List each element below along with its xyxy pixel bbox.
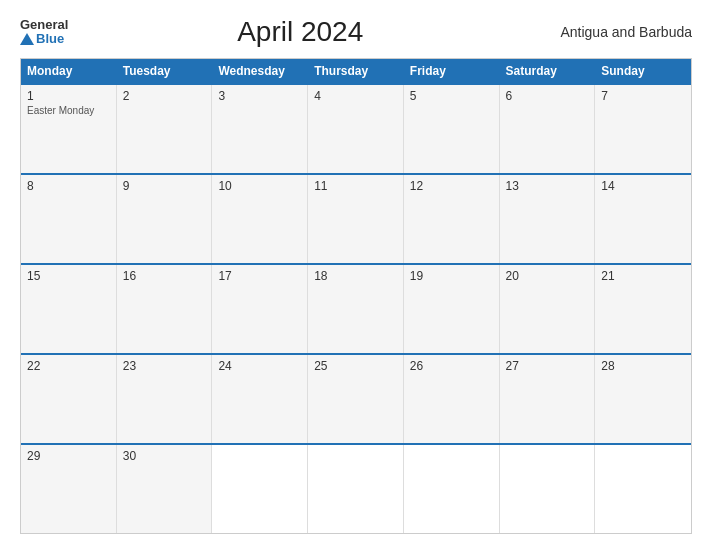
day-cell: 28: [595, 355, 691, 443]
day-number: 21: [601, 269, 685, 283]
day-cell: 19: [404, 265, 500, 353]
day-cell: 22: [21, 355, 117, 443]
logo-general-text: General: [20, 18, 68, 32]
logo-blue-text: Blue: [20, 32, 68, 46]
day-headers-row: MondayTuesdayWednesdayThursdayFridaySatu…: [21, 59, 691, 83]
day-number: 26: [410, 359, 493, 373]
day-cell: 2: [117, 85, 213, 173]
day-number: 7: [601, 89, 685, 103]
day-number: 13: [506, 179, 589, 193]
day-number: 12: [410, 179, 493, 193]
day-number: 11: [314, 179, 397, 193]
weeks-container: 1Easter Monday23456789101112131415161718…: [21, 83, 691, 533]
day-cell: 18: [308, 265, 404, 353]
day-header-thursday: Thursday: [308, 59, 404, 83]
day-header-sunday: Sunday: [595, 59, 691, 83]
day-cell: 1Easter Monday: [21, 85, 117, 173]
day-number: 28: [601, 359, 685, 373]
day-header-monday: Monday: [21, 59, 117, 83]
day-number: 24: [218, 359, 301, 373]
day-number: 2: [123, 89, 206, 103]
week-row-1: 1Easter Monday234567: [21, 83, 691, 173]
day-cell: 25: [308, 355, 404, 443]
day-number: 17: [218, 269, 301, 283]
day-cell: 29: [21, 445, 117, 533]
calendar-grid: MondayTuesdayWednesdayThursdayFridaySatu…: [20, 58, 692, 534]
day-cell: [212, 445, 308, 533]
country-label: Antigua and Barbuda: [532, 24, 692, 40]
day-cell: 15: [21, 265, 117, 353]
day-cell: 8: [21, 175, 117, 263]
day-number: 16: [123, 269, 206, 283]
day-cell: 9: [117, 175, 213, 263]
day-number: 19: [410, 269, 493, 283]
day-cell: 4: [308, 85, 404, 173]
day-cell: 23: [117, 355, 213, 443]
day-number: 25: [314, 359, 397, 373]
day-cell: 3: [212, 85, 308, 173]
day-number: 23: [123, 359, 206, 373]
day-number: 10: [218, 179, 301, 193]
day-cell: 20: [500, 265, 596, 353]
day-cell: 11: [308, 175, 404, 263]
day-cell: 16: [117, 265, 213, 353]
day-number: 8: [27, 179, 110, 193]
day-number: 4: [314, 89, 397, 103]
day-cell: 26: [404, 355, 500, 443]
day-header-tuesday: Tuesday: [117, 59, 213, 83]
day-cell: 27: [500, 355, 596, 443]
week-row-3: 15161718192021: [21, 263, 691, 353]
day-header-saturday: Saturday: [500, 59, 596, 83]
day-number: 3: [218, 89, 301, 103]
day-number: 1: [27, 89, 110, 103]
day-cell: 30: [117, 445, 213, 533]
week-row-2: 891011121314: [21, 173, 691, 263]
day-cell: 14: [595, 175, 691, 263]
day-cell: 5: [404, 85, 500, 173]
day-number: 5: [410, 89, 493, 103]
day-number: 9: [123, 179, 206, 193]
day-cell: 7: [595, 85, 691, 173]
day-cell: 10: [212, 175, 308, 263]
day-number: 14: [601, 179, 685, 193]
day-number: 27: [506, 359, 589, 373]
week-row-5: 2930: [21, 443, 691, 533]
page-title: April 2024: [68, 16, 532, 48]
day-number: 18: [314, 269, 397, 283]
day-cell: 12: [404, 175, 500, 263]
logo-triangle-icon: [20, 33, 34, 45]
day-number: 29: [27, 449, 110, 463]
day-number: 6: [506, 89, 589, 103]
day-cell: 24: [212, 355, 308, 443]
week-row-4: 22232425262728: [21, 353, 691, 443]
day-cell: [404, 445, 500, 533]
day-number: 15: [27, 269, 110, 283]
calendar-page: General Blue April 2024 Antigua and Barb…: [0, 0, 712, 550]
day-header-wednesday: Wednesday: [212, 59, 308, 83]
logo: General Blue: [20, 18, 68, 47]
day-cell: 6: [500, 85, 596, 173]
day-cell: [500, 445, 596, 533]
day-cell: [308, 445, 404, 533]
holiday-label: Easter Monday: [27, 105, 110, 116]
day-number: 22: [27, 359, 110, 373]
day-header-friday: Friday: [404, 59, 500, 83]
day-number: 20: [506, 269, 589, 283]
day-cell: 13: [500, 175, 596, 263]
day-number: 30: [123, 449, 206, 463]
day-cell: [595, 445, 691, 533]
header: General Blue April 2024 Antigua and Barb…: [20, 16, 692, 48]
day-cell: 21: [595, 265, 691, 353]
day-cell: 17: [212, 265, 308, 353]
